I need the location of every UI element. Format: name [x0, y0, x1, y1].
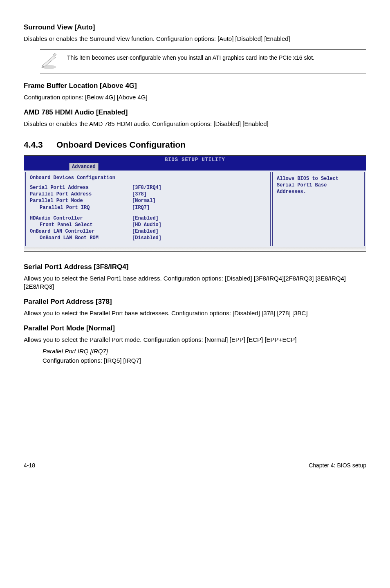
bios-label: OnBoard LAN Controller — [30, 228, 132, 235]
bios-row-parallel-irq[interactable]: Parallel Port IRQ [IRQ7] — [30, 204, 266, 211]
page-footer: 4-18 Chapter 4: BIOS setup — [24, 459, 366, 469]
bios-value: [HD Audio] — [132, 222, 266, 228]
body-hdmi-audio: Disables or enables the AMD 785 HDMI aud… — [24, 120, 366, 128]
bios-utility-title: BIOS SETUP UTILITY — [24, 157, 366, 163]
subbody-parallel-irq: Configuration options: [IRQ5] [IRQ7] — [43, 357, 366, 365]
bios-help-line: Allows BIOS to Select — [277, 175, 360, 182]
bios-value: [Disabled] — [132, 235, 266, 241]
bios-row-lan-controller[interactable]: OnBoard LAN Controller [Enabled] — [30, 228, 266, 235]
note-text: This item becomes user-configurable when… — [67, 53, 314, 62]
heading-surround-view: Surround View [Auto] — [24, 23, 366, 32]
heading-parallel-address: Parallel Port Address [378] — [24, 297, 366, 307]
bios-label: HDAudio Controller — [30, 215, 132, 222]
bios-row-parallel-mode[interactable]: Parallel Port Mode [Normal] — [30, 197, 266, 204]
bios-label: Parallel Port IRQ — [30, 204, 132, 211]
bios-tab-advanced[interactable]: Advanced — [69, 163, 99, 171]
chapter-label: Chapter 4: BIOS setup — [309, 462, 366, 469]
section-title: Onboard Devices Configuration — [56, 140, 186, 149]
bios-label: Parallel Port Mode — [30, 197, 132, 204]
bios-header-bar: BIOS SETUP UTILITY Advanced — [24, 156, 366, 171]
bios-label: Parallel Port Address — [30, 191, 132, 197]
body-frame-buffer: Configuration options: [Below 4G] [Above… — [24, 93, 366, 101]
bios-panel-title: Onboard Devices Configuration — [30, 175, 266, 181]
bios-help-line: Addresses. — [277, 189, 360, 195]
bios-row-hdaudio[interactable]: HDAudio Controller [Enabled] — [30, 215, 266, 222]
bios-row-front-panel[interactable]: Front Panel Select [HD Audio] — [30, 222, 266, 228]
body-surround-view: Disables or enables the Surround View fu… — [24, 35, 366, 43]
bios-help-line: Serial Port1 Base — [277, 182, 360, 189]
bios-value: [3F8/IRQ4] — [132, 184, 266, 191]
note-block: This item becomes user-configurable when… — [40, 49, 366, 74]
heading-frame-buffer: Frame Buffer Location [Above 4G] — [24, 81, 366, 91]
bios-value: [Enabled] — [132, 228, 266, 235]
bios-label: OnBoard LAN Boot ROM — [30, 235, 132, 241]
bios-label: Front Panel Select — [30, 222, 132, 228]
heading-hdmi-audio: AMD 785 HDMI Audio [Enabled] — [24, 108, 366, 117]
bios-body: Onboard Devices Configuration Serial Por… — [24, 171, 366, 247]
bios-value: [IRQ7] — [132, 204, 266, 211]
section-heading-onboard: 4.4.3Onboard Devices Configuration — [24, 139, 366, 150]
heading-parallel-mode: Parallel Port Mode [Normal] — [24, 324, 366, 333]
bios-value: [Enabled] — [132, 215, 266, 222]
bios-row-serial-port1[interactable]: Serial Port1 Address [3F8/IRQ4] — [30, 184, 266, 191]
page-number: 4-18 — [24, 462, 35, 469]
bios-setup-panel: BIOS SETUP UTILITY Advanced Onboard Devi… — [24, 155, 366, 252]
bios-row-lan-boot-rom[interactable]: OnBoard LAN Boot ROM [Disabled] — [30, 235, 266, 241]
pencil-note-icon — [40, 53, 58, 70]
body-parallel-address: Allows you to select the Parallel Port b… — [24, 309, 366, 317]
body-serial-port1: Allows you to select the Serial Port1 ba… — [24, 274, 366, 291]
heading-serial-port1: Serial Port1 Address [3F8/IRQ4] — [24, 263, 366, 272]
bios-bottom-shadow — [24, 247, 366, 251]
bios-help-pane: Allows BIOS to Select Serial Port1 Base … — [272, 172, 365, 246]
body-parallel-mode: Allows you to select the Parallel Port m… — [24, 336, 366, 344]
bios-value: [378] — [132, 191, 266, 197]
section-number: 4.4.3 — [24, 139, 56, 150]
bios-label: Serial Port1 Address — [30, 184, 132, 191]
bios-row-parallel-address[interactable]: Parallel Port Address [378] — [30, 191, 266, 197]
bios-settings-pane: Onboard Devices Configuration Serial Por… — [25, 172, 271, 246]
bios-value: [Normal] — [132, 197, 266, 204]
subheading-parallel-irq: Parallel Port IRQ [IRQ7] — [43, 347, 366, 355]
